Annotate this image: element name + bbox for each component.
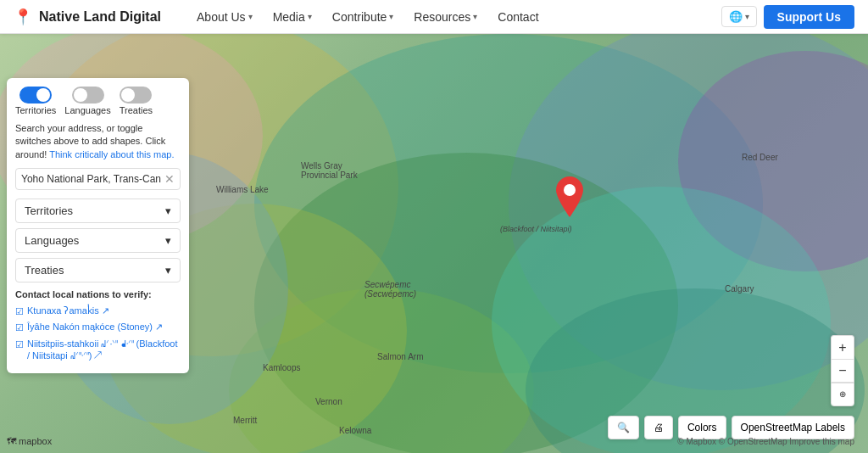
chevron-down-icon: ▾ xyxy=(745,12,749,21)
mapbox-logo: 🗺 mapbox xyxy=(7,436,52,446)
nations-title: Contact local nations to verify: xyxy=(15,289,181,299)
languages-dropdown[interactable]: Languages ▾ xyxy=(15,228,181,253)
nation-item: ☑ Îyâhe Nakón mąkóce (Stoney) ↗ xyxy=(15,321,181,333)
treaties-toggle[interactable] xyxy=(120,87,152,103)
treaties-toggle-group: Treaties xyxy=(120,87,153,115)
languages-toggle[interactable] xyxy=(72,87,104,103)
map-attribution: © Mapbox © OpenStreetMap Improve this ma… xyxy=(677,437,854,446)
zoom-reset-button[interactable]: ⊕ xyxy=(831,383,854,406)
svg-point-11 xyxy=(564,184,576,196)
clear-search-button[interactable]: ✕ xyxy=(164,172,175,186)
zoom-out-button[interactable]: − xyxy=(831,359,854,383)
search-icon: 🔍 xyxy=(617,422,630,433)
map-marker xyxy=(556,176,583,221)
mapbox-wordmark: 🗺 mapbox xyxy=(7,436,52,446)
support-us-button[interactable]: Support Us xyxy=(764,5,854,29)
nations-section: Contact local nations to verify: ☑ Ktuna… xyxy=(15,289,181,361)
logo-area[interactable]: 📍 Native Land Digital xyxy=(14,8,161,26)
chevron-down-icon: ▾ xyxy=(473,12,477,21)
checkbox-checked-icon: ☑ xyxy=(15,338,24,350)
treaties-toggle-label: Treaties xyxy=(120,105,153,115)
nation-item: ☑ Ktunaxa ʔamak̓is ↗ xyxy=(15,305,181,317)
nav-contribute[interactable]: Contribute ▾ xyxy=(324,7,403,27)
nation-link-stoney[interactable]: Îyâhe Nakón mąkóce (Stoney) ↗ xyxy=(27,321,163,333)
zoom-in-button[interactable]: + xyxy=(831,335,854,359)
colors-button[interactable]: Colors xyxy=(678,416,726,439)
languages-toggle-label: Languages xyxy=(64,105,110,115)
header: 📍 Native Land Digital About Us ▾ Media ▾… xyxy=(0,0,868,34)
globe-icon: 🌐 xyxy=(729,10,743,23)
zoom-controls: + − ⊕ xyxy=(831,335,854,406)
chevron-down-icon: ▾ xyxy=(165,234,171,247)
language-selector[interactable]: 🌐 ▾ xyxy=(721,6,757,27)
chevron-down-icon: ▾ xyxy=(165,204,171,217)
chevron-down-icon: ▾ xyxy=(165,264,171,277)
toggle-knob xyxy=(121,88,135,102)
toggle-knob xyxy=(36,88,50,102)
nav-contact[interactable]: Contact xyxy=(489,7,547,27)
site-title: Native Land Digital xyxy=(39,9,161,25)
nation-item: ☑ Niitsitpiis-stahkoii ᖹᐟ·ᐠᐦ ᖱᐧᐟᐦ (Black… xyxy=(15,338,181,362)
nav-media[interactable]: Media ▾ xyxy=(264,7,320,27)
search-row: ✕ xyxy=(15,168,181,190)
search-input[interactable] xyxy=(21,173,161,185)
checkbox-checked-icon: ☑ xyxy=(15,305,24,317)
chevron-down-icon: ▾ xyxy=(248,12,253,21)
treaties-dropdown[interactable]: Treaties ▾ xyxy=(15,258,181,282)
nav-resources[interactable]: Resources ▾ xyxy=(405,7,486,27)
languages-toggle-group: Languages xyxy=(64,87,110,115)
toggle-knob xyxy=(74,88,87,102)
search-map-button[interactable]: 🔍 xyxy=(608,416,639,439)
nation-link-ktunaxa[interactable]: Ktunaxa ʔamak̓is ↗ xyxy=(27,305,109,316)
toggle-row: Territories Languages Treaties xyxy=(15,87,181,115)
territories-toggle[interactable] xyxy=(19,87,52,103)
critical-thinking-link[interactable]: Think critically about this map. xyxy=(49,149,174,159)
chevron-down-icon: ▾ xyxy=(308,12,312,21)
bottom-controls: 🔍 🖨 Colors OpenStreetMap Labels xyxy=(608,416,854,439)
checkbox-checked-icon: ☑ xyxy=(15,322,24,333)
map-container[interactable]: Williams Lake Kamloops Merritt Kelowna V… xyxy=(0,34,868,453)
territories-dropdown[interactable]: Territories ▾ xyxy=(15,199,181,223)
main-nav: About Us ▾ Media ▾ Contribute ▾ Resource… xyxy=(188,7,721,27)
nation-link-blackfoot[interactable]: Niitsitpiis-stahkoii ᖹᐟ·ᐠᐦ ᖱᐧᐟᐦ (Blackfo… xyxy=(27,338,181,362)
print-button[interactable]: 🖨 xyxy=(644,416,673,439)
territories-toggle-group: Territories xyxy=(15,87,56,115)
sidebar-panel: Territories Languages Treaties Search yo… xyxy=(7,78,189,373)
nav-about-us[interactable]: About Us ▾ xyxy=(188,7,261,27)
sidebar-description: Search your address, or toggle switches … xyxy=(15,122,181,161)
chevron-down-icon: ▾ xyxy=(389,12,393,21)
territories-toggle-label: Territories xyxy=(15,105,56,115)
osm-labels-button[interactable]: OpenStreetMap Labels xyxy=(732,416,854,439)
location-icon: 📍 xyxy=(14,8,32,26)
print-icon: 🖨 xyxy=(654,422,664,433)
